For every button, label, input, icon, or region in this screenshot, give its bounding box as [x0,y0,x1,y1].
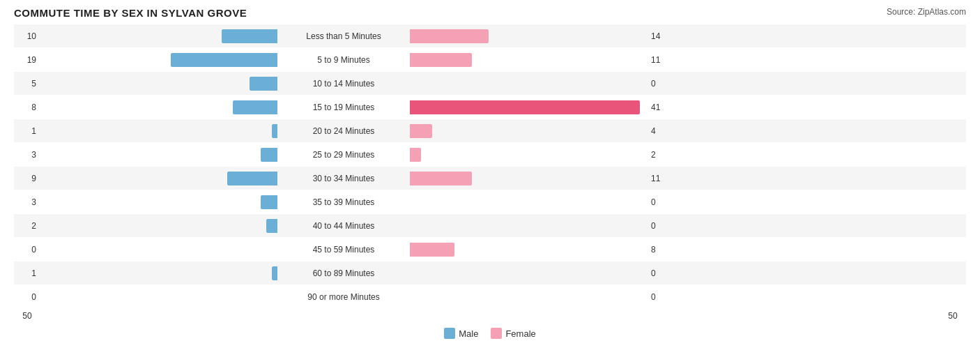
female-value: 4 [647,126,673,136]
legend-male-label: Male [459,328,478,339]
female-value: 8 [647,245,673,255]
header: COMMUTE TIME BY SEX IN SYLVAN GROVE Sour… [14,7,966,19]
bar-row: 1 60 to 89 Minutes 0 [14,261,966,285]
male-bar-container [40,219,277,233]
male-bar-container [40,100,277,114]
female-value: 41 [647,103,673,112]
female-value: 0 [647,197,673,207]
row-label: 10 to 14 Minutes [277,79,410,89]
female-value: 11 [647,55,673,65]
female-bar [410,29,489,43]
male-bar-container [40,53,277,67]
male-value: 0 [14,245,40,255]
axis-right: 50 [940,311,966,321]
female-value: 0 [647,79,673,89]
bar-row: 1 20 to 24 Minutes 4 [14,119,966,142]
female-bar [410,53,472,67]
female-bar-container [410,124,647,138]
female-bar [410,148,421,162]
male-bar [171,53,277,67]
female-bar [410,124,432,138]
male-value: 0 [14,292,40,302]
male-value: 1 [14,126,40,136]
female-bar-container [410,290,647,304]
male-bar [266,219,277,233]
female-value: 14 [647,31,673,41]
male-bar-container [40,195,277,209]
bar-row: 9 30 to 34 Minutes 11 [14,167,966,190]
male-bar [227,172,277,185]
male-value: 10 [14,31,40,41]
male-bar [272,124,277,138]
female-bar-container [410,243,647,257]
male-value: 8 [14,103,40,112]
bar-row: 10 Less than 5 Minutes 14 [14,24,966,47]
male-bar [233,100,277,114]
chart-title: COMMUTE TIME BY SEX IN SYLVAN GROVE [14,7,247,19]
legend: Male Female [14,328,966,339]
male-value: 9 [14,174,40,183]
male-bar [222,29,277,43]
axis-row: 50 50 [14,311,966,324]
female-value: 2 [647,150,673,160]
male-bar-container [40,77,277,91]
female-bar-container [410,219,647,233]
male-bar-container [40,124,277,138]
male-color-box [444,328,455,339]
male-value: 3 [14,150,40,160]
row-label: Less than 5 Minutes [277,31,410,41]
male-bar [261,195,277,209]
legend-female-label: Female [505,328,535,339]
female-bar [410,172,472,185]
female-bar-container [410,29,647,43]
row-label: 35 to 39 Minutes [277,197,410,207]
male-bar [272,266,277,280]
bar-row: 0 45 to 59 Minutes 8 [14,238,966,261]
female-value: 0 [647,221,673,231]
row-label: 5 to 9 Minutes [277,55,410,65]
female-bar-container [410,100,647,114]
male-bar [261,148,277,162]
row-label: 15 to 19 Minutes [277,103,410,112]
bar-row: 19 5 to 9 Minutes 11 [14,48,966,71]
female-bar-container [410,53,647,67]
legend-female: Female [491,328,535,339]
male-value: 2 [14,221,40,231]
bar-row: 8 15 to 19 Minutes 41 [14,96,966,119]
bar-row: 3 25 to 29 Minutes 2 [14,143,966,166]
female-value: 0 [647,292,673,302]
bar-row: 2 40 to 44 Minutes 0 [14,214,966,237]
row-label: 60 to 89 Minutes [277,268,410,278]
female-bar-container [410,172,647,185]
male-bar [250,77,277,91]
source-text: Source: ZipAtlas.com [887,7,966,17]
female-value: 0 [647,268,673,278]
bar-row: 3 35 to 39 Minutes 0 [14,190,966,213]
male-value: 5 [14,79,40,89]
male-value: 3 [14,197,40,207]
bar-row: 0 90 or more Minutes 0 [14,285,966,308]
row-label: 90 or more Minutes [277,292,410,302]
female-bar-container [410,195,647,209]
male-bar-container [40,243,277,257]
female-bar-container [410,266,647,280]
male-bar-container [40,148,277,162]
female-color-box [491,328,502,339]
row-label: 30 to 34 Minutes [277,174,410,183]
legend-male: Male [444,328,478,339]
row-label: 45 to 59 Minutes [277,245,410,255]
female-bar-container [410,77,647,91]
chart-container: COMMUTE TIME BY SEX IN SYLVAN GROVE Sour… [14,7,966,339]
bar-row: 5 10 to 14 Minutes 0 [14,72,966,95]
female-value: 11 [647,174,673,183]
female-bar-container [410,148,647,162]
male-bar-container [40,290,277,304]
male-bar-container [40,29,277,43]
female-bar [410,243,454,257]
male-value: 1 [14,268,40,278]
row-label: 20 to 24 Minutes [277,126,410,136]
row-label: 40 to 44 Minutes [277,221,410,231]
female-bar [410,100,640,114]
row-label: 25 to 29 Minutes [277,150,410,160]
male-bar-container [40,172,277,185]
